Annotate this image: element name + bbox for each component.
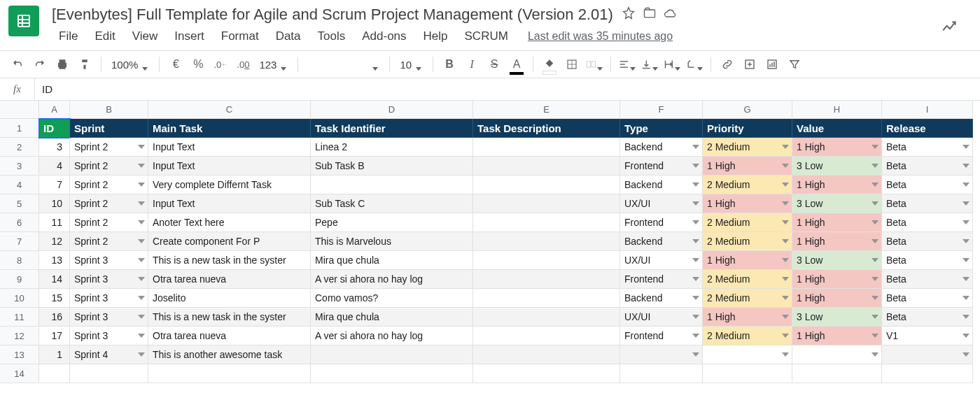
text-rotation-button[interactable] — [685, 55, 704, 73]
dropdown-icon[interactable] — [138, 352, 145, 357]
insert-comment-button[interactable] — [741, 55, 759, 73]
dropdown-icon[interactable] — [872, 315, 878, 319]
cell-release[interactable]: Beta — [882, 232, 973, 251]
horizontal-align-button[interactable] — [618, 55, 636, 73]
dropdown-icon[interactable] — [138, 164, 145, 168]
cell-priority[interactable] — [703, 345, 792, 364]
dropdown-icon[interactable] — [872, 277, 878, 281]
cell-sprint[interactable]: Sprint 3 — [70, 327, 148, 345]
cell-id[interactable]: 10 — [39, 194, 70, 213]
cell[interactable] — [39, 364, 70, 383]
cell-task-description[interactable] — [473, 270, 620, 289]
dropdown-icon[interactable] — [138, 145, 145, 149]
cell-value[interactable] — [792, 345, 882, 364]
cell-id[interactable]: 12 — [39, 232, 70, 251]
cell-id[interactable]: 11 — [39, 213, 70, 232]
dropdown-icon[interactable] — [872, 145, 878, 149]
row-head[interactable]: 1 — [0, 119, 39, 138]
dropdown-icon[interactable] — [782, 145, 789, 149]
cell-release[interactable]: Beta — [882, 289, 973, 308]
cell-task-identifier[interactable]: Linea 2 — [311, 138, 473, 157]
cell-sprint[interactable]: Sprint 2 — [70, 194, 148, 213]
cell-priority[interactable]: 1 High — [703, 308, 792, 327]
cell-type[interactable]: Frontend — [620, 270, 703, 289]
cell-task-description[interactable] — [473, 289, 620, 308]
cell-value[interactable]: 1 High — [792, 138, 882, 157]
header-value[interactable]: Value — [792, 119, 882, 138]
cell-main-task[interactable]: Otra tarea nueva — [148, 327, 311, 345]
cell-sprint[interactable]: Sprint 2 — [70, 138, 148, 157]
cell-main-task[interactable]: This is a new task in the syster — [148, 251, 311, 270]
cell-task-description[interactable] — [473, 251, 620, 270]
paint-format-button[interactable] — [76, 55, 94, 73]
last-edit-link[interactable]: Last edit was 35 minutes ago — [528, 30, 673, 43]
cell-task-description[interactable] — [473, 345, 620, 364]
cell-value[interactable]: 1 High — [792, 327, 882, 345]
row-head[interactable]: 4 — [0, 176, 39, 194]
dropdown-icon[interactable] — [138, 277, 145, 281]
spreadsheet-grid[interactable]: A B C D E F G H I 1 ID Sprint Main Task … — [0, 101, 980, 383]
percent-button[interactable]: % — [189, 55, 207, 73]
cell-id[interactable]: 16 — [39, 308, 70, 327]
dropdown-icon[interactable] — [138, 220, 145, 224]
dropdown-icon[interactable] — [138, 334, 145, 338]
dropdown-icon[interactable] — [962, 164, 969, 168]
star-icon[interactable] — [622, 6, 636, 23]
dropdown-icon[interactable] — [782, 334, 789, 338]
cell-type[interactable]: Backend — [620, 138, 703, 157]
dropdown-icon[interactable] — [138, 258, 145, 262]
header-task-identifier[interactable]: Task Identifier — [311, 119, 473, 138]
cell-priority[interactable]: 2 Medium — [703, 232, 792, 251]
dropdown-icon[interactable] — [692, 258, 699, 262]
number-format-select[interactable]: 123 — [256, 59, 290, 71]
cell-sprint[interactable]: Sprint 2 — [70, 232, 148, 251]
dropdown-icon[interactable] — [138, 183, 145, 187]
decrease-decimal-button[interactable]: .0← — [211, 55, 230, 73]
cell-sprint[interactable]: Sprint 2 — [70, 157, 148, 176]
cell-task-identifier[interactable] — [311, 345, 473, 364]
header-priority[interactable]: Priority — [703, 119, 792, 138]
cell-value[interactable]: 3 Low — [792, 251, 882, 270]
cell-task-identifier[interactable]: Mira que chula — [311, 308, 473, 327]
redo-button[interactable] — [31, 55, 49, 73]
cell[interactable] — [311, 364, 473, 383]
dropdown-icon[interactable] — [782, 220, 789, 224]
increase-decimal-button[interactable]: .00 — [234, 55, 252, 73]
menu-scrum[interactable]: SCRUM — [458, 27, 515, 46]
cell-sprint[interactable]: Sprint 3 — [70, 270, 148, 289]
col-head[interactable]: D — [311, 101, 473, 119]
cell-type[interactable] — [620, 345, 703, 364]
undo-button[interactable] — [8, 55, 27, 73]
cell-type[interactable]: UX/UI — [620, 308, 703, 327]
col-head[interactable]: I — [882, 101, 973, 119]
dropdown-icon[interactable] — [138, 239, 145, 243]
row-head[interactable]: 8 — [0, 251, 39, 270]
dropdown-icon[interactable] — [962, 183, 969, 187]
cell-release[interactable]: Beta — [882, 251, 973, 270]
dropdown-icon[interactable] — [962, 277, 969, 281]
cell-task-description[interactable] — [473, 138, 620, 157]
font-size-select[interactable]: 10 — [397, 59, 426, 71]
header-task-description[interactable]: Task Description — [473, 119, 620, 138]
row-head[interactable]: 2 — [0, 138, 39, 157]
cell-main-task[interactable]: Anoter Text here — [148, 213, 311, 232]
dropdown-icon[interactable] — [872, 258, 878, 262]
cell-type[interactable]: Frontend — [620, 327, 703, 345]
cell-task-description[interactable] — [473, 213, 620, 232]
cell-task-description[interactable] — [473, 308, 620, 327]
cell-release[interactable]: Beta — [882, 308, 973, 327]
cell-main-task[interactable]: Otra tarea nueva — [148, 270, 311, 289]
cell[interactable] — [620, 364, 703, 383]
header-release[interactable]: Release — [882, 119, 973, 138]
cell-id[interactable]: 1 — [39, 345, 70, 364]
cell[interactable] — [473, 364, 620, 383]
cell[interactable] — [792, 364, 882, 383]
dropdown-icon[interactable] — [692, 201, 699, 206]
cell-main-task[interactable]: Joselito — [148, 289, 311, 308]
cell-task-description[interactable] — [473, 176, 620, 194]
merge-cells-button[interactable] — [585, 55, 603, 73]
currency-button[interactable]: € — [167, 55, 185, 73]
row-head[interactable]: 13 — [0, 345, 39, 364]
col-head[interactable]: G — [703, 101, 792, 119]
cell-task-identifier[interactable]: Sub Task B — [311, 157, 473, 176]
